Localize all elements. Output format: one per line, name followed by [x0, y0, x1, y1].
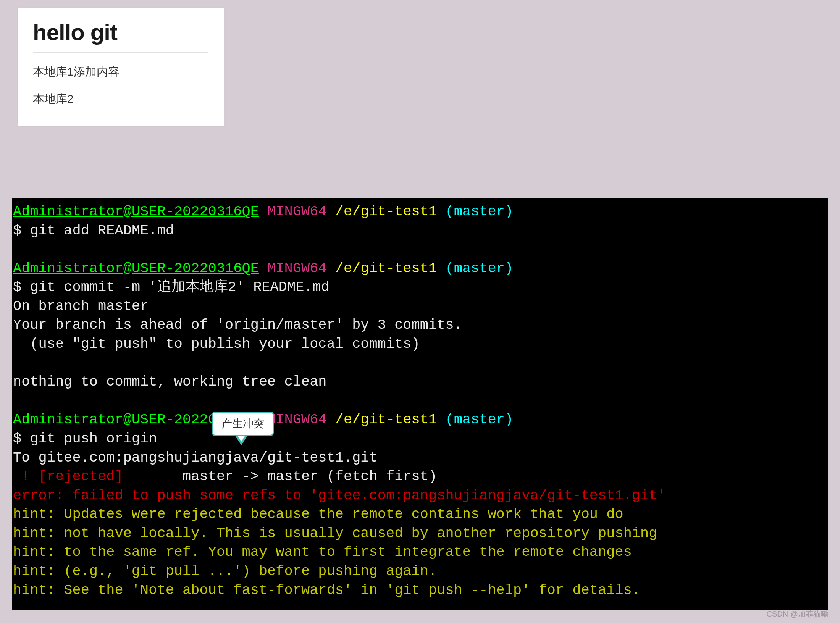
terminal-command: ' README.md	[236, 279, 330, 295]
terminal-rejected-bang: !	[13, 468, 39, 484]
prompt-path: /e/git-test1	[335, 412, 437, 428]
terminal-hint: hint: to the same ref. You may want to f…	[13, 544, 632, 560]
terminal-hint: hint: See the 'Note about fast-forwards'…	[13, 582, 640, 598]
prompt-env: MINGW64	[267, 260, 326, 276]
prompt-env: MINGW64	[267, 412, 326, 428]
terminal-hint: hint: Updates were rejected because the …	[13, 506, 624, 522]
prompt-branch: (master)	[445, 203, 513, 220]
terminal-command: git add README.md	[30, 223, 174, 239]
terminal-output: To gitee.com:pangshujiangjava/git-test1.…	[13, 450, 378, 466]
prompt-symbol: $	[13, 223, 21, 239]
terminal-output: (use "git push" to publish your local co…	[13, 336, 420, 352]
annotation-bubble: 产生冲突	[212, 412, 274, 436]
prompt-path: /e/git-test1	[335, 260, 437, 276]
readme-item: 本地库1添加内容	[33, 64, 208, 80]
terminal-hint: hint: not have locally. This is usually …	[13, 525, 657, 541]
terminal-command: git commit -m '	[30, 279, 157, 295]
annotation-text: 产生冲突	[221, 418, 264, 429]
terminal-command-cn: 追加本地库2	[157, 279, 236, 295]
prompt-branch: (master)	[445, 260, 513, 276]
prompt-symbol: $	[13, 431, 21, 447]
terminal-hint: hint: (e.g., 'git pull ...') before push…	[13, 563, 437, 579]
terminal-output: nothing to commit, working tree clean	[13, 374, 327, 390]
readme-card: hello git 本地库1添加内容 本地库2	[18, 8, 224, 126]
readme-title: hello git	[33, 19, 208, 53]
prompt-symbol: $	[13, 279, 21, 295]
terminal-error: error: failed to push some refs to 'gite…	[13, 487, 666, 504]
terminal-output: On branch master	[13, 298, 149, 314]
prompt-user-host: Administrator@USER-20220316QE	[13, 203, 259, 220]
terminal-command: git push origin	[30, 431, 157, 447]
prompt-env: MINGW64	[267, 203, 326, 220]
terminal-rejected-rest: master -> master (fetch first)	[123, 468, 437, 484]
prompt-path: /e/git-test1	[335, 203, 437, 220]
prompt-user-host: Administrator@USER-20220316QE	[13, 260, 259, 276]
readme-item: 本地库2	[33, 91, 208, 107]
terminal-output: Your branch is ahead of 'origin/master' …	[13, 317, 462, 333]
terminal-rejected-label: [rejected]	[39, 468, 123, 484]
prompt-branch: (master)	[445, 412, 513, 428]
terminal-window[interactable]: Administrator@USER-20220316QE MINGW64 /e…	[12, 198, 828, 610]
watermark-text: CSDN @加菲猫嘞	[766, 609, 829, 619]
